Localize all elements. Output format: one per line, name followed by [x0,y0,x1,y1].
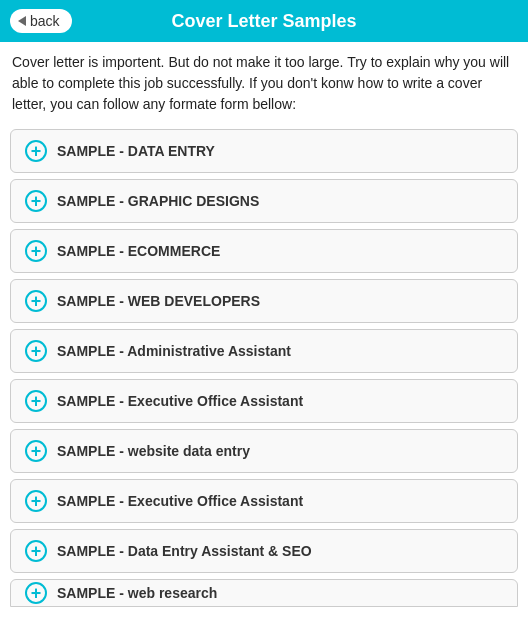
list-item[interactable]: +SAMPLE - WEB DEVELOPERS [10,279,518,323]
samples-list: +SAMPLE - DATA ENTRY+SAMPLE - GRAPHIC DE… [0,129,528,607]
sample-label: SAMPLE - GRAPHIC DESIGNS [57,193,259,209]
plus-icon: + [25,390,47,412]
list-item[interactable]: +SAMPLE - GRAPHIC DESIGNS [10,179,518,223]
sample-label: SAMPLE - WEB DEVELOPERS [57,293,260,309]
sample-label: SAMPLE - Data Entry Assistant & SEO [57,543,312,559]
sample-label: SAMPLE - web research [57,585,217,601]
list-item[interactable]: +SAMPLE - Executive Office Assistant [10,379,518,423]
plus-icon: + [25,490,47,512]
sample-label: SAMPLE - website data entry [57,443,250,459]
sample-label: SAMPLE - DATA ENTRY [57,143,215,159]
plus-icon: + [25,190,47,212]
list-item[interactable]: +SAMPLE - ECOMMERCE [10,229,518,273]
sample-label: SAMPLE - Executive Office Assistant [57,493,303,509]
plus-icon: + [25,240,47,262]
page-title: Cover Letter Samples [171,11,356,32]
list-item[interactable]: +SAMPLE - Executive Office Assistant [10,479,518,523]
sample-label: SAMPLE - Executive Office Assistant [57,393,303,409]
list-item[interactable]: +SAMPLE - website data entry [10,429,518,473]
plus-icon: + [25,340,47,362]
back-arrow-icon [18,16,26,26]
list-item[interactable]: +SAMPLE - Administrative Assistant [10,329,518,373]
description-text: Cover letter is importent. But do not ma… [0,42,528,129]
list-item[interactable]: +SAMPLE - Data Entry Assistant & SEO [10,529,518,573]
plus-icon: + [25,440,47,462]
list-item[interactable]: +SAMPLE - DATA ENTRY [10,129,518,173]
plus-icon: + [25,582,47,604]
list-item[interactable]: +SAMPLE - web research [10,579,518,607]
back-button[interactable]: back [10,9,72,33]
plus-icon: + [25,290,47,312]
back-label: back [30,13,60,29]
sample-label: SAMPLE - Administrative Assistant [57,343,291,359]
sample-label: SAMPLE - ECOMMERCE [57,243,220,259]
plus-icon: + [25,540,47,562]
plus-icon: + [25,140,47,162]
description-content: Cover letter is importent. But do not ma… [12,54,509,112]
header: back Cover Letter Samples [0,0,528,42]
